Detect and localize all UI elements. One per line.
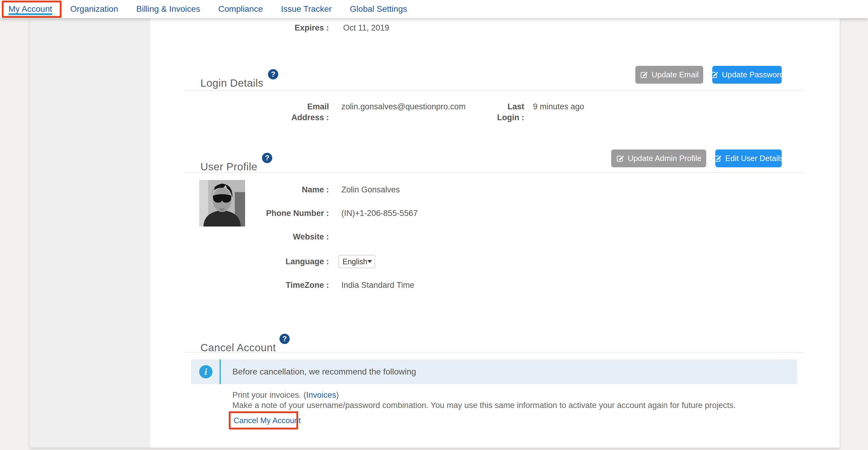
tab-global-settings-label: Global Settings [350,4,407,13]
help-icon[interactable]: ? [262,153,272,163]
email-address-label: Email Address : [284,101,329,123]
name-value: Zolin Gonsalves [341,184,400,195]
question-mark-glyph: ? [271,70,276,79]
edit-icon [713,155,721,162]
email-address-value: zolin.gonsalves@questionpro.com [341,101,466,112]
tab-organization-label: Organization [70,4,118,13]
name-label: Name : [239,184,329,195]
language-select-value: English [343,257,367,266]
info-icon: i [199,365,213,379]
last-login-value: 9 minutes ago [533,101,584,112]
edit-icon [640,71,648,79]
section-divider [184,90,804,91]
tab-compliance-label: Compliance [218,4,263,13]
update-email-label: Update Email [652,70,699,80]
update-password-label: Update Password [722,70,784,80]
last-login-label: Last Login : [497,101,524,123]
settings-card: Expires : Oct 11, 2019 Login Details ? U… [30,18,840,448]
cancel-my-account-link[interactable]: Cancel My Account [234,416,301,425]
section-divider [184,352,804,353]
tab-compliance[interactable]: Compliance [218,0,263,18]
language-select[interactable]: English [338,255,375,268]
edit-user-details-button[interactable]: Edit User Details [715,150,782,167]
update-admin-profile-label: Update Admin Profile [628,154,702,163]
section-divider [184,172,804,173]
phone-number-value: (IN)+1-206-855-5567 [341,208,418,219]
tab-billing-invoices[interactable]: Billing & Invoices [136,0,200,18]
my-account-content: Expires : Oct 11, 2019 Login Details ? U… [30,18,840,448]
banner-text: Before cancellation, we recommend the fo… [232,359,416,384]
update-password-button[interactable]: Update Password [712,66,782,84]
edit-icon [616,155,624,162]
tab-billing-invoices-label: Billing & Invoices [136,4,200,13]
update-admin-profile-button[interactable]: Update Admin Profile [611,150,706,167]
tab-organization[interactable]: Organization [70,0,118,18]
print-invoices-line: Print your invoices. (Invoices) [232,390,339,400]
invoices-link[interactable]: Invoices [306,390,336,399]
edit-user-details-label: Edit User Details [725,154,784,163]
expires-label: Expires : [239,22,329,33]
edit-icon [710,71,718,79]
banner-divider [220,359,221,384]
question-mark-glyph: ? [282,335,287,343]
timezone-value: India Standard Time [341,280,414,291]
chevron-down-icon [367,260,372,263]
tab-issue-tracker[interactable]: Issue Tracker [281,0,332,18]
annotation-box-my-account [2,1,62,18]
expires-value: Oct 11, 2019 [343,22,389,33]
top-navigation: My Account Organization Billing & Invoic… [0,0,868,18]
annotation-box-cancel-account: Cancel My Account [229,411,298,429]
tab-issue-tracker-label: Issue Tracker [281,4,332,13]
update-email-button[interactable]: Update Email [635,66,703,84]
help-icon[interactable]: ? [268,69,278,80]
info-glyph: i [205,367,207,377]
phone-number-label: Phone Number : [239,208,329,219]
cancellation-info-banner: i Before cancellation, we recommend the … [191,359,797,384]
print-invoices-text: Print your invoices. ( [232,390,306,399]
print-invoices-text-suffix: ) [336,390,339,399]
login-details-title: Login Details [200,77,264,90]
help-icon[interactable]: ? [279,334,290,344]
tab-global-settings[interactable]: Global Settings [350,0,407,18]
timezone-label: TimeZone : [239,280,329,291]
user-profile-title: User Profile [200,160,257,173]
username-note-line: Make a note of your username/password co… [232,400,736,411]
language-label: Language : [239,256,329,267]
website-label: Website : [239,231,329,242]
question-mark-glyph: ? [265,154,270,162]
